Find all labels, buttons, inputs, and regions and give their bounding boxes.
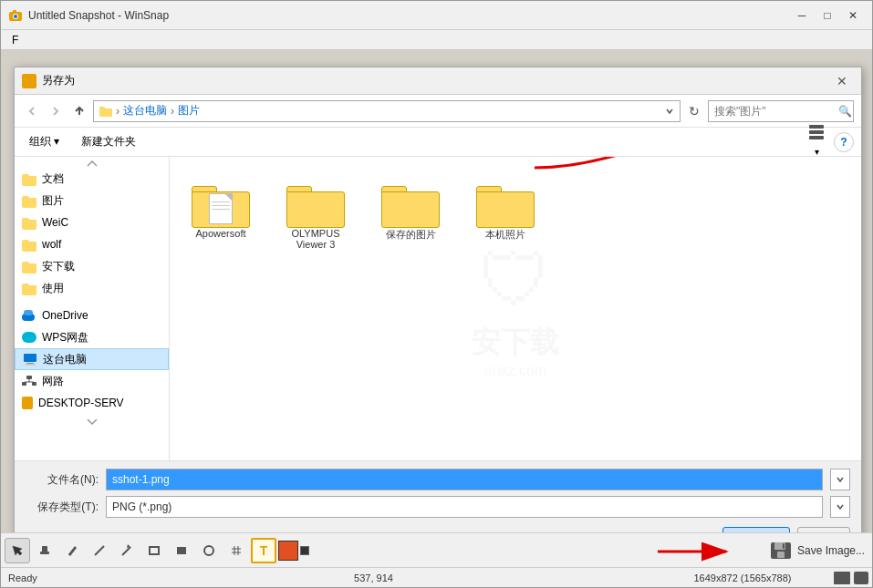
folder-icon-apowersoft <box>192 179 250 228</box>
sidebar-item-onedrive[interactable]: OneDrive <box>15 304 169 326</box>
stamp-icon <box>38 544 51 557</box>
dialog-close-button[interactable]: ✕ <box>830 71 854 91</box>
window-controls: ─ □ ✕ <box>790 4 865 27</box>
small-color-box[interactable] <box>300 546 309 555</box>
sidebar-item-label: 网路 <box>42 374 161 389</box>
dialog-folder-icon <box>22 74 36 88</box>
svg-rect-11 <box>25 364 36 366</box>
color-picker-box[interactable] <box>278 541 298 561</box>
sidebar: 文档 图片 WeiC wolf <box>15 157 170 460</box>
folder-icon <box>22 237 36 252</box>
folder-item-olympus[interactable]: OLYMPUS Viewer 3 <box>279 171 352 257</box>
main-area: 另存为 ✕ <box>1 50 872 532</box>
music-icon <box>22 397 33 409</box>
new-folder-button[interactable]: 新建文件夹 <box>74 131 143 153</box>
sidebar-item-anxia[interactable]: 安下载 <box>15 255 169 277</box>
nav-forward-button[interactable] <box>46 101 66 121</box>
circle-tool-button[interactable] <box>196 538 222 563</box>
sidebar-item-use[interactable]: 使用 <box>15 277 169 299</box>
folder-label-olympus: OLYMPUS Viewer 3 <box>283 228 348 250</box>
folder-icon <box>22 171 36 186</box>
filled-rect-icon <box>175 544 188 557</box>
svg-point-2 <box>14 15 17 18</box>
rect-icon <box>148 544 161 557</box>
save-image-button[interactable]: Save Image... <box>797 544 865 557</box>
folders-grid: Apowersoft OLYMPUS Viewer 3 <box>184 171 847 257</box>
sidebar-item-this-pc[interactable]: 这台电脑 <box>15 348 169 370</box>
line-tool-button[interactable] <box>87 538 112 563</box>
filename-input[interactable] <box>106 469 823 490</box>
nav-up-button[interactable] <box>69 101 89 121</box>
sidebar-item-label: DESKTOP-SERV <box>38 397 161 409</box>
status-bar: Ready 537, 914 1649x872 (1565x788) <box>1 567 872 587</box>
maximize-button[interactable]: □ <box>816 4 839 27</box>
filename-dropdown[interactable] <box>830 469 850 490</box>
folder-item-apowersoft[interactable]: Apowersoft <box>184 171 257 257</box>
arrow-line-tool-button[interactable] <box>114 538 140 563</box>
status-ready-text: Ready <box>5 573 96 583</box>
sidebar-item-wolf[interactable]: wolf <box>15 233 169 255</box>
folder-item-local-photos[interactable]: 本机照片 <box>469 171 542 257</box>
save-button[interactable]: 保存(S) <box>722 527 790 532</box>
search-area: 🔍 <box>708 100 854 122</box>
minimize-button[interactable]: ─ <box>790 4 814 27</box>
sidebar-item-wps[interactable]: WPS网盘 <box>15 326 169 348</box>
search-button[interactable]: 🔍 <box>838 105 852 118</box>
menu-file[interactable]: F <box>5 32 26 48</box>
filename-row: 文件名(N): <box>26 469 850 490</box>
breadcrumb-computer[interactable]: 这台电脑 <box>123 103 167 119</box>
svg-rect-7 <box>809 130 824 134</box>
action-row: ✓ Save with transparency 保存(S) 取消 <box>26 523 850 532</box>
back-arrow-icon <box>26 106 37 117</box>
rect-tool-button[interactable] <box>141 538 167 563</box>
organize-button[interactable]: 组织 ▾ <box>22 131 67 153</box>
help-button[interactable]: ? <box>834 132 854 152</box>
svg-rect-23 <box>150 547 159 554</box>
filetype-row: 保存类型(T): <box>26 496 850 518</box>
red-arrow-2 <box>653 535 744 566</box>
status-icons-area <box>834 572 868 584</box>
sidebar-item-label: 这台电脑 <box>43 352 161 367</box>
sidebar-item-pictures[interactable]: 图片 <box>15 190 169 211</box>
select-tool-button[interactable] <box>5 538 30 563</box>
sidebar-item-label: wolf <box>42 238 161 251</box>
svg-point-25 <box>204 546 213 555</box>
sidebar-item-desktop-serv[interactable]: DESKTOP-SERV <box>15 392 169 414</box>
svg-rect-20 <box>42 546 47 552</box>
onedrive-icon <box>22 310 36 321</box>
scroll-up-indicator <box>15 160 169 168</box>
scroll-down-icon <box>87 418 98 425</box>
status-icon-2 <box>854 572 868 584</box>
line-icon <box>93 544 106 557</box>
sidebar-item-label: OneDrive <box>42 309 161 322</box>
svg-rect-33 <box>777 552 785 558</box>
view-button[interactable] <box>806 122 826 142</box>
filetype-dropdown[interactable] <box>830 496 850 518</box>
hash-tool-button[interactable] <box>223 538 249 563</box>
cancel-button[interactable]: 取消 <box>797 527 850 532</box>
this-pc-svg-icon <box>23 353 37 366</box>
folder-item-saved-pictures[interactable]: 保存的图片 <box>374 171 447 257</box>
text-tool-button[interactable]: T <box>251 538 276 563</box>
nav-back-button[interactable] <box>22 101 42 121</box>
address-breadcrumb[interactable]: › 这台电脑 › 图片 <box>93 100 681 122</box>
folder-icon-local-photos <box>476 179 535 228</box>
sidebar-item-weic[interactable]: WeiC <box>15 211 169 233</box>
svg-rect-8 <box>809 136 824 139</box>
sidebar-item-label: 安下载 <box>42 259 161 274</box>
pen-tool-button[interactable] <box>59 538 85 563</box>
filetype-input[interactable] <box>106 496 823 518</box>
breadcrumb-pictures[interactable]: 图片 <box>178 103 200 119</box>
svg-rect-6 <box>809 125 824 129</box>
sidebar-item-network[interactable]: 网路 <box>15 370 169 392</box>
filetype-label: 保存类型(T): <box>26 500 99 515</box>
close-button[interactable]: ✕ <box>841 4 865 27</box>
file-area[interactable]: 🛡 安下载 anxz.com <box>170 157 861 460</box>
refresh-button[interactable]: ↻ <box>684 101 704 121</box>
sidebar-item-label: 文档 <box>42 171 161 187</box>
search-input[interactable] <box>708 100 854 122</box>
stamp-tool-button[interactable] <box>32 538 57 563</box>
sidebar-item-documents[interactable]: 文档 <box>15 168 169 190</box>
filled-rect-tool-button[interactable] <box>169 538 194 563</box>
watermark-text-chinese: 安下载 <box>472 323 559 363</box>
